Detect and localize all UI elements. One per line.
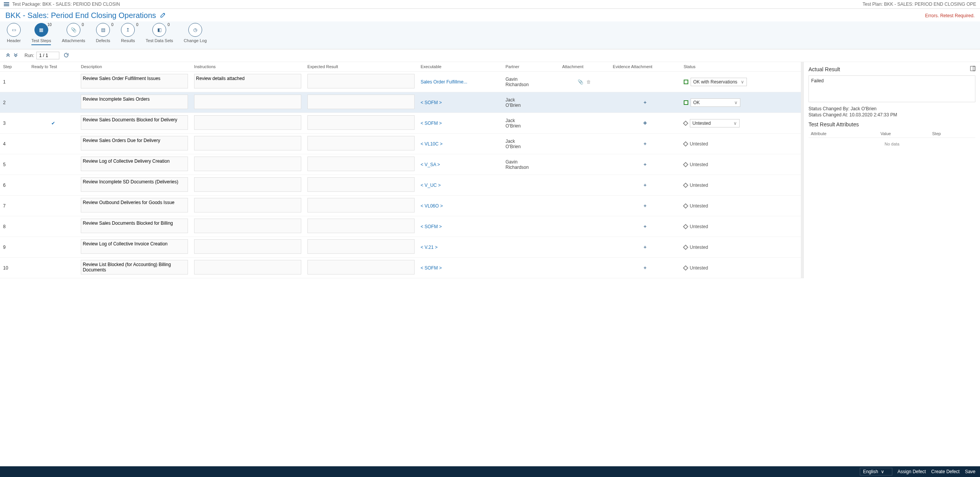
executable-link[interactable]: < VL06O > [421, 203, 443, 209]
executable-link[interactable]: < V_UC > [421, 183, 441, 188]
instructions-input[interactable] [194, 95, 301, 109]
instructions-input[interactable] [194, 239, 301, 254]
table-row[interactable]: 8 Review Sales Documents Blocked for Bil… [0, 216, 801, 237]
executable-link[interactable]: < SOFM > [421, 224, 442, 229]
expected-input[interactable] [307, 198, 415, 212]
delete-icon[interactable]: 🗑 [586, 79, 591, 85]
tab-change-log[interactable]: ◷Change Log [184, 23, 207, 45]
status-select[interactable]: OK with Reservations∨ [691, 78, 747, 86]
col-attach: Attachment [559, 62, 609, 72]
partner-name: Jack O'Brien [506, 118, 556, 129]
executable-link[interactable]: < SOFM > [421, 265, 442, 271]
expected-input[interactable] [307, 74, 415, 88]
instructions-input[interactable]: Review details attached [194, 74, 301, 88]
paperclip-icon[interactable]: 📎 [578, 79, 583, 85]
add-evidence-icon[interactable]: ＋ [643, 203, 647, 208]
refresh-icon[interactable] [63, 52, 69, 59]
instructions-input[interactable] [194, 177, 301, 192]
expected-input[interactable] [307, 115, 415, 130]
add-evidence-icon[interactable]: ＋ [643, 224, 647, 229]
table-row[interactable]: 7 Review Outbound Deliveries for Goods I… [0, 196, 801, 216]
description-input[interactable]: Review Sales Documents Blocked for Billi… [81, 219, 188, 233]
add-evidence-icon[interactable]: ＋ [642, 119, 648, 126]
description-input[interactable]: Review Incomplete SD Documents (Deliveri… [81, 177, 188, 192]
status-select[interactable]: OK∨ [691, 98, 740, 107]
step-number: 4 [0, 134, 28, 154]
description-input[interactable]: Review Sales Documents Blocked for Deliv… [81, 115, 188, 130]
step-number: 10 [0, 258, 28, 278]
col-step: Step [0, 62, 28, 72]
status-label: Untested [690, 245, 708, 250]
tab-results[interactable]: ↥0Results [121, 23, 135, 45]
executable-link[interactable]: < SOFM > [421, 100, 442, 105]
expected-input[interactable] [307, 136, 415, 150]
description-input[interactable]: Review Log of Collective Delivery Creati… [81, 157, 188, 171]
add-evidence-icon[interactable]: ＋ [643, 100, 647, 105]
tab-icon: ▭ [7, 23, 21, 37]
table-row[interactable]: 5 Review Log of Collective Delivery Crea… [0, 154, 801, 175]
executable-link[interactable]: < V.21 > [421, 245, 438, 250]
tab-icon: ◷ [188, 23, 202, 37]
expand-panel-icon[interactable] [970, 66, 975, 72]
collapse-all-icon[interactable] [5, 52, 11, 59]
table-row[interactable]: 2 Review Incomplete Sales Orders < SOFM … [0, 92, 801, 113]
expected-input[interactable] [307, 219, 415, 233]
add-evidence-icon[interactable]: ＋ [643, 141, 647, 146]
description-input[interactable]: Review Log of Collective Invoice Creatio… [81, 239, 188, 254]
expected-input[interactable] [307, 157, 415, 171]
actual-result-title: Actual Result [808, 66, 840, 72]
step-number: 1 [0, 72, 28, 92]
col-desc: Description [78, 62, 191, 72]
actual-result-text[interactable]: Failed [808, 75, 975, 102]
description-input[interactable]: Review Outbound Deliveries for Goods Iss… [81, 198, 188, 212]
col-instr: Instructions [191, 62, 304, 72]
tab-icon: ▤0 [96, 23, 110, 37]
instructions-input[interactable] [194, 260, 301, 274]
add-evidence-icon[interactable]: ＋ [643, 182, 647, 188]
description-input[interactable]: Review Incomplete Sales Orders [81, 95, 188, 109]
expected-input[interactable] [307, 177, 415, 192]
changed-at: 10.03.2020 2:47:33 PM [849, 112, 897, 118]
expected-input[interactable] [307, 239, 415, 254]
instructions-input[interactable] [194, 115, 301, 130]
run-selector[interactable] [36, 52, 59, 59]
table-row[interactable]: 4 Review Sales Orders Due for Delivery <… [0, 134, 801, 154]
expand-all-icon[interactable] [13, 52, 18, 59]
menu-icon[interactable] [4, 2, 9, 6]
tab-defects[interactable]: ▤0Defects [96, 23, 110, 45]
step-number: 6 [0, 175, 28, 196]
instructions-input[interactable] [194, 136, 301, 150]
executable-link[interactable]: Sales Order Fulfillme... [421, 79, 467, 85]
executable-link[interactable]: < VL10C > [421, 141, 443, 147]
tab-attachments[interactable]: 📎0Attachments [62, 23, 85, 45]
tab-test-steps[interactable]: ▦10Test Steps [31, 23, 51, 45]
instructions-input[interactable] [194, 219, 301, 233]
description-input[interactable]: Review Sales Order Fulfillment Issues [81, 74, 188, 88]
table-row[interactable]: 6 Review Incomplete SD Documents (Delive… [0, 175, 801, 196]
expected-input[interactable] [307, 260, 415, 274]
table-row[interactable]: 9 Review Log of Collective Invoice Creat… [0, 237, 801, 258]
add-evidence-icon[interactable]: ＋ [643, 265, 647, 270]
status-label: Untested [690, 141, 708, 147]
table-row[interactable]: 10 Review List Blocked (for Accounting) … [0, 258, 801, 278]
description-input[interactable]: Review Sales Orders Due for Delivery [81, 136, 188, 150]
executable-link[interactable]: < SOFM > [421, 121, 442, 126]
add-evidence-icon[interactable]: ＋ [643, 162, 647, 167]
tab-header[interactable]: ▭Header [7, 23, 21, 45]
status-label: Untested [690, 203, 708, 209]
package-label: Test Package: BKK - SALES: PERIOD END CL… [12, 2, 120, 7]
status-select[interactable]: Untested∨ [690, 119, 740, 127]
status-label: Untested [690, 265, 708, 271]
status-label: Untested [690, 183, 708, 188]
add-evidence-icon[interactable]: ＋ [643, 244, 647, 250]
instructions-input[interactable] [194, 157, 301, 171]
table-row[interactable]: 3 ✔ Review Sales Documents Blocked for D… [0, 113, 801, 134]
description-input[interactable]: Review List Blocked (for Accounting) Bil… [81, 260, 188, 274]
table-row[interactable]: 1 Review Sales Order Fulfillment Issues … [0, 72, 801, 92]
instructions-input[interactable] [194, 198, 301, 212]
partner-name: Jack O'Brien [506, 97, 556, 108]
tab-test-data-sets[interactable]: ◧0Test Data Sets [146, 23, 173, 45]
edit-icon[interactable] [160, 12, 166, 19]
executable-link[interactable]: < V_SA > [421, 162, 440, 167]
expected-input[interactable] [307, 95, 415, 109]
